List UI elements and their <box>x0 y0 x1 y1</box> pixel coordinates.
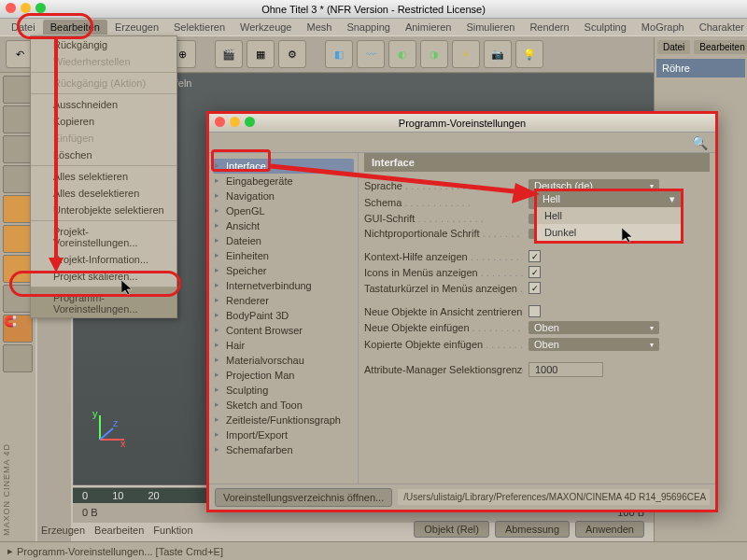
generator-button[interactable]: ◐ <box>388 40 416 68</box>
scale-tool[interactable] <box>3 135 33 163</box>
tree-schemafarben[interactable]: Schemafarben <box>213 442 354 457</box>
live-select-tool[interactable] <box>3 76 33 104</box>
axis-gizmo-icon: yxz <box>92 410 130 447</box>
tree-projection-man[interactable]: Projection Man <box>213 368 354 383</box>
tree-einheiten[interactable]: Einheiten <box>213 248 354 263</box>
menu-bearbeiten[interactable]: Bearbeiten <box>43 20 107 35</box>
tree-internetverbindung[interactable]: Internetverbindung <box>213 278 354 293</box>
menuitem-alles-deselektieren[interactable]: Alles deselektieren <box>31 185 176 202</box>
recent-tool-3[interactable] <box>3 255 33 283</box>
time-mark: 10 <box>112 490 123 501</box>
close-icon[interactable] <box>6 3 16 13</box>
menu-rendern[interactable]: Rendern <box>522 20 576 35</box>
recent-tool-2[interactable] <box>3 225 33 253</box>
dialog-footer: Voreinstellungsverzeichnis öffnen... /Us… <box>209 483 715 510</box>
dialog-titlebar: Programm-Voreinstellungen <box>209 114 715 133</box>
tree-navigation[interactable]: Navigation <box>213 189 354 203</box>
menu-simulieren[interactable]: Simulieren <box>458 20 522 35</box>
tree-dateien[interactable]: Dateien <box>213 233 354 248</box>
tree-zeitleiste-funktionsgraph[interactable]: Zeitleiste/Funktionsgraph <box>213 413 354 427</box>
tree-materialvorschau[interactable]: Materialvorschau <box>213 353 354 368</box>
tree-ansicht[interactable]: Ansicht <box>213 218 354 233</box>
insert-copied-combo[interactable]: Oben▾ <box>529 338 659 351</box>
center-new-checkbox[interactable] <box>529 305 541 317</box>
menu-datei[interactable]: Datei <box>4 20 43 35</box>
schema-dropdown-head[interactable]: Hell▾ <box>537 191 681 207</box>
deformer-button[interactable]: ◑ <box>420 40 448 68</box>
tree-opengl[interactable]: OpenGL <box>213 203 354 218</box>
tree-sculpting[interactable]: Sculpting <box>213 383 354 398</box>
tab-edit[interactable]: Bearbeiten <box>94 525 144 536</box>
spline-button[interactable]: 〰 <box>357 40 385 68</box>
menu-animieren[interactable]: Animieren <box>398 20 459 35</box>
menuitem-programm-voreinstellungen-[interactable]: Programm-Voreinstellungen... <box>31 287 176 317</box>
magnet-tool[interactable]: 🧲 <box>3 315 33 343</box>
menuitem-projekt-skalieren-[interactable]: Projekt skalieren... <box>31 268 176 285</box>
menuitem-unterobjekte-selektieren[interactable]: Unterobjekte selektieren <box>31 202 176 218</box>
tree-renderer[interactable]: Renderer <box>213 293 354 308</box>
recent-tool[interactable] <box>3 195 33 223</box>
menuitem-projekt-voreinstellungen-[interactable]: Projekt-Voreinstellungen... <box>31 220 176 251</box>
om-tab-file[interactable]: Datei <box>657 40 690 54</box>
render-settings-button[interactable]: ⚙ <box>278 40 306 68</box>
window-controls[interactable] <box>6 3 46 13</box>
attr-limit-field[interactable]: 1000 <box>529 362 603 377</box>
tab-create[interactable]: Erzeugen <box>41 525 85 536</box>
menuitem-ausschneiden[interactable]: Ausschneiden <box>31 93 176 113</box>
apply-button[interactable]: Anwenden <box>575 521 644 538</box>
render-region-button[interactable]: ▦ <box>247 40 275 68</box>
render-button[interactable]: 🎬 <box>215 40 243 68</box>
rotate-tool[interactable] <box>3 165 33 193</box>
tree-hair[interactable]: Hair <box>213 338 354 353</box>
cube-primitive-button[interactable]: ◧ <box>325 40 353 68</box>
frame-start: 0 B <box>82 507 98 518</box>
environment-button[interactable]: ☀ <box>452 40 480 68</box>
tree-content-browser[interactable]: Content Browser <box>213 323 354 338</box>
menu-icons-checkbox[interactable]: ✓ <box>529 266 541 278</box>
menu-werkzeuge[interactable]: Werkzeuge <box>233 20 299 35</box>
menu-sculpting[interactable]: Sculpting <box>577 20 634 35</box>
schema-option-light[interactable]: Hell <box>537 207 681 224</box>
close-icon[interactable] <box>215 117 225 127</box>
tree-eingabeger-te[interactable]: Eingabegeräte <box>213 174 354 189</box>
tree-bodypaint-d[interactable]: BodyPaint 3D <box>213 308 354 323</box>
object-rel-button[interactable]: Objekt (Rel) <box>414 521 489 538</box>
move-tool[interactable] <box>3 105 33 133</box>
menu-mesh[interactable]: Mesh <box>299 20 339 35</box>
menu-charakter[interactable]: Charakter <box>692 20 747 35</box>
schema-option-dark[interactable]: Dunkel <box>537 224 681 241</box>
insert-new-combo[interactable]: Oben▾ <box>529 321 659 334</box>
menuitem-kopieren[interactable]: Kopieren <box>31 113 176 130</box>
tree-sketch-and-toon[interactable]: Sketch and Toon <box>213 398 354 413</box>
menu-mograph[interactable]: MoGraph <box>634 20 692 35</box>
menu-erzeugen[interactable]: Erzeugen <box>107 20 166 35</box>
status-text: Programm-Voreinstellungen... [Taste Cmd+… <box>17 546 223 557</box>
light-button[interactable]: 💡 <box>515 40 543 68</box>
workplane-tool[interactable] <box>3 344 33 372</box>
zoom-icon[interactable] <box>245 117 255 127</box>
camera-button[interactable]: 📷 <box>484 40 512 68</box>
search-icon[interactable]: 🔍 <box>692 135 708 150</box>
minimize-icon[interactable] <box>21 3 31 13</box>
menuitem-r-ckg-ngig[interactable]: Rückgängig <box>31 36 176 53</box>
tree-speicher[interactable]: Speicher <box>213 263 354 278</box>
minimize-icon[interactable] <box>230 117 240 127</box>
shortcuts-checkbox[interactable]: ✓ <box>529 282 541 294</box>
object-row[interactable]: Röhre <box>656 59 745 77</box>
context-help-checkbox[interactable]: ✓ <box>529 250 541 262</box>
om-tab-edit[interactable]: Bearbeiten <box>694 40 747 54</box>
dimension-button[interactable]: Abmessung <box>495 521 570 538</box>
menuitem-projekt-information-[interactable]: Projekt-Information... <box>31 251 176 268</box>
menuitem-alles-selektieren[interactable]: Alles selektieren <box>31 165 176 185</box>
tree-interface[interactable]: Interface <box>213 159 354 174</box>
tab-function[interactable]: Funktion <box>153 525 192 536</box>
object-label: Röhre <box>662 63 690 74</box>
zoom-icon[interactable] <box>35 3 46 13</box>
axis-lock-tool[interactable] <box>3 285 33 313</box>
open-prefs-folder-button[interactable]: Voreinstellungsverzeichnis öffnen... <box>215 488 392 507</box>
menuitem-l-schen[interactable]: Löschen <box>31 147 176 163</box>
preferences-dialog: Programm-Voreinstellungen 🔍 InterfaceEin… <box>206 111 718 512</box>
menu-selektieren[interactable]: Selektieren <box>166 20 233 35</box>
menu-snapping[interactable]: Snapping <box>339 20 398 35</box>
tree-import-export[interactable]: Import/Export <box>213 427 354 442</box>
